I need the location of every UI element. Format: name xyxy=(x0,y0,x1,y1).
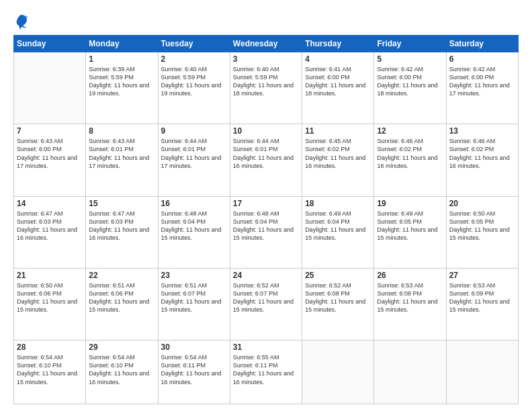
day-info: Sunrise: 6:51 AMSunset: 6:06 PMDaylight:… xyxy=(89,282,149,313)
day-info: Sunrise: 6:47 AMSunset: 6:03 PMDaylight:… xyxy=(17,210,77,241)
table-row: 13Sunrise: 6:46 AMSunset: 6:02 PMDayligh… xyxy=(446,124,518,196)
day-number: 13 xyxy=(449,126,515,136)
table-row: 9Sunrise: 6:44 AMSunset: 6:01 PMDaylight… xyxy=(158,124,230,196)
day-number: 15 xyxy=(89,199,154,208)
day-number: 6 xyxy=(449,54,515,64)
col-monday: Monday xyxy=(86,36,158,52)
table-row: 12Sunrise: 6:46 AMSunset: 6:02 PMDayligh… xyxy=(374,124,446,196)
table-row: 1Sunrise: 6:39 AMSunset: 5:59 PMDaylight… xyxy=(86,52,158,124)
table-row xyxy=(14,52,86,124)
day-number: 3 xyxy=(233,54,299,64)
day-info: Sunrise: 6:40 AMSunset: 5:59 PMDaylight:… xyxy=(233,66,294,97)
day-number: 9 xyxy=(161,126,227,136)
day-info: Sunrise: 6:48 AMSunset: 6:04 PMDaylight:… xyxy=(233,210,294,241)
day-info: Sunrise: 6:45 AMSunset: 6:02 PMDaylight:… xyxy=(305,138,365,169)
table-row xyxy=(374,340,446,404)
col-sunday: Sunday xyxy=(14,36,86,52)
day-number: 19 xyxy=(377,199,443,208)
table-row: 15Sunrise: 6:47 AMSunset: 6:03 PMDayligh… xyxy=(86,196,158,268)
col-saturday: Saturday xyxy=(446,36,518,52)
day-info: Sunrise: 6:39 AMSunset: 5:59 PMDaylight:… xyxy=(89,66,149,97)
day-number: 20 xyxy=(449,199,515,208)
table-row: 7Sunrise: 6:43 AMSunset: 6:00 PMDaylight… xyxy=(14,124,86,196)
day-info: Sunrise: 6:43 AMSunset: 6:01 PMDaylight:… xyxy=(89,138,149,169)
table-row: 22Sunrise: 6:51 AMSunset: 6:06 PMDayligh… xyxy=(86,268,158,340)
col-wednesday: Wednesday xyxy=(230,36,302,52)
day-number: 4 xyxy=(305,54,371,64)
table-row: 14Sunrise: 6:47 AMSunset: 6:03 PMDayligh… xyxy=(14,196,86,268)
table-row: 18Sunrise: 6:49 AMSunset: 6:04 PMDayligh… xyxy=(302,196,374,268)
day-info: Sunrise: 6:53 AMSunset: 6:09 PMDaylight:… xyxy=(449,282,510,313)
table-row xyxy=(446,340,518,404)
day-info: Sunrise: 6:47 AMSunset: 6:03 PMDaylight:… xyxy=(89,210,149,241)
table-row: 5Sunrise: 6:42 AMSunset: 6:00 PMDaylight… xyxy=(374,52,446,124)
table-row: 8Sunrise: 6:43 AMSunset: 6:01 PMDaylight… xyxy=(86,124,158,196)
table-row xyxy=(302,340,374,404)
day-number: 26 xyxy=(377,271,443,280)
day-number: 29 xyxy=(89,342,154,352)
table-row: 2Sunrise: 6:40 AMSunset: 5:59 PMDaylight… xyxy=(158,52,230,124)
day-info: Sunrise: 6:55 AMSunset: 6:11 PMDaylight:… xyxy=(233,354,294,385)
table-row: 28Sunrise: 6:54 AMSunset: 6:10 PMDayligh… xyxy=(14,340,86,404)
col-tuesday: Tuesday xyxy=(158,36,230,52)
calendar-header-row: Sunday Monday Tuesday Wednesday Thursday… xyxy=(14,36,519,52)
table-row: 16Sunrise: 6:48 AMSunset: 6:04 PMDayligh… xyxy=(158,196,230,268)
table-row: 27Sunrise: 6:53 AMSunset: 6:09 PMDayligh… xyxy=(446,268,518,340)
table-row: 23Sunrise: 6:51 AMSunset: 6:07 PMDayligh… xyxy=(158,268,230,340)
day-info: Sunrise: 6:50 AMSunset: 6:05 PMDaylight:… xyxy=(449,210,510,241)
day-info: Sunrise: 6:44 AMSunset: 6:01 PMDaylight:… xyxy=(161,138,222,169)
day-number: 24 xyxy=(233,271,299,280)
day-info: Sunrise: 6:41 AMSunset: 6:00 PMDaylight:… xyxy=(305,66,365,97)
day-info: Sunrise: 6:54 AMSunset: 6:11 PMDaylight:… xyxy=(161,354,222,385)
logo xyxy=(13,13,28,30)
day-number: 8 xyxy=(89,126,154,136)
day-number: 27 xyxy=(449,271,515,280)
day-number: 1 xyxy=(89,54,154,64)
day-info: Sunrise: 6:54 AMSunset: 6:10 PMDaylight:… xyxy=(89,354,149,385)
day-info: Sunrise: 6:43 AMSunset: 6:00 PMDaylight:… xyxy=(17,138,77,169)
day-number: 30 xyxy=(161,342,227,352)
table-row: 31Sunrise: 6:55 AMSunset: 6:11 PMDayligh… xyxy=(230,340,302,404)
day-number: 17 xyxy=(233,199,299,208)
day-info: Sunrise: 6:40 AMSunset: 5:59 PMDaylight:… xyxy=(161,66,222,97)
day-number: 2 xyxy=(161,54,227,64)
day-info: Sunrise: 6:48 AMSunset: 6:04 PMDaylight:… xyxy=(161,210,222,241)
calendar-page: Sunday Monday Tuesday Wednesday Thursday… xyxy=(0,0,532,411)
day-info: Sunrise: 6:53 AMSunset: 6:08 PMDaylight:… xyxy=(377,282,437,313)
day-info: Sunrise: 6:50 AMSunset: 6:06 PMDaylight:… xyxy=(17,282,77,313)
day-info: Sunrise: 6:46 AMSunset: 6:02 PMDaylight:… xyxy=(377,138,437,169)
day-number: 5 xyxy=(377,54,443,64)
day-info: Sunrise: 6:46 AMSunset: 6:02 PMDaylight:… xyxy=(449,138,510,169)
day-number: 31 xyxy=(233,342,299,352)
day-number: 7 xyxy=(17,126,83,136)
day-number: 23 xyxy=(161,271,227,280)
table-row: 11Sunrise: 6:45 AMSunset: 6:02 PMDayligh… xyxy=(302,124,374,196)
day-number: 25 xyxy=(305,271,371,280)
day-number: 22 xyxy=(89,271,154,280)
day-number: 28 xyxy=(17,342,83,352)
table-row: 21Sunrise: 6:50 AMSunset: 6:06 PMDayligh… xyxy=(14,268,86,340)
day-info: Sunrise: 6:42 AMSunset: 6:00 PMDaylight:… xyxy=(449,66,510,97)
day-info: Sunrise: 6:49 AMSunset: 6:04 PMDaylight:… xyxy=(305,210,365,241)
day-info: Sunrise: 6:44 AMSunset: 6:01 PMDaylight:… xyxy=(233,138,294,169)
table-row: 26Sunrise: 6:53 AMSunset: 6:08 PMDayligh… xyxy=(374,268,446,340)
day-info: Sunrise: 6:51 AMSunset: 6:07 PMDaylight:… xyxy=(161,282,222,313)
day-info: Sunrise: 6:42 AMSunset: 6:00 PMDaylight:… xyxy=(377,66,437,97)
day-info: Sunrise: 6:52 AMSunset: 6:07 PMDaylight:… xyxy=(233,282,294,313)
day-number: 10 xyxy=(233,126,299,136)
day-number: 21 xyxy=(17,271,83,280)
table-row: 3Sunrise: 6:40 AMSunset: 5:59 PMDaylight… xyxy=(230,52,302,124)
day-info: Sunrise: 6:54 AMSunset: 6:10 PMDaylight:… xyxy=(17,354,77,385)
logo-bird-icon xyxy=(15,13,28,30)
table-row: 17Sunrise: 6:48 AMSunset: 6:04 PMDayligh… xyxy=(230,196,302,268)
header xyxy=(13,11,519,30)
table-row: 10Sunrise: 6:44 AMSunset: 6:01 PMDayligh… xyxy=(230,124,302,196)
table-row: 4Sunrise: 6:41 AMSunset: 6:00 PMDaylight… xyxy=(302,52,374,124)
table-row: 20Sunrise: 6:50 AMSunset: 6:05 PMDayligh… xyxy=(446,196,518,268)
table-row: 6Sunrise: 6:42 AMSunset: 6:00 PMDaylight… xyxy=(446,52,518,124)
day-number: 14 xyxy=(17,199,83,208)
table-row: 19Sunrise: 6:49 AMSunset: 6:05 PMDayligh… xyxy=(374,196,446,268)
table-row: 29Sunrise: 6:54 AMSunset: 6:10 PMDayligh… xyxy=(86,340,158,404)
table-row: 24Sunrise: 6:52 AMSunset: 6:07 PMDayligh… xyxy=(230,268,302,340)
col-friday: Friday xyxy=(374,36,446,52)
